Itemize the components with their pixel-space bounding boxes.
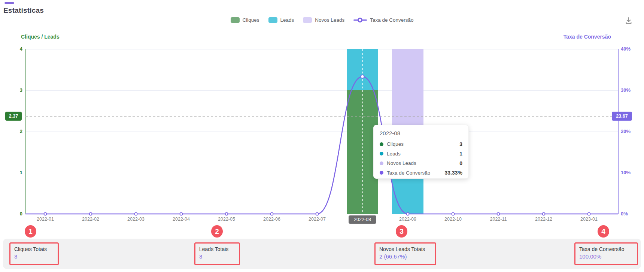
x-tick-label: 2022-11: [483, 217, 514, 222]
x-tick-label: 2022-04: [165, 217, 197, 222]
x-tick-label-highlighted: 2022-08: [349, 215, 376, 224]
annotation-badge-2: 2: [211, 225, 223, 238]
chart-legend: CliquesLeadsNovos LeadsTaxa de Conversão: [0, 16, 644, 24]
download-icon: [624, 16, 633, 25]
legend-label: Novos Leads: [315, 17, 344, 23]
gridline: [25, 132, 618, 132]
stat-value: 3: [199, 253, 235, 260]
tooltip-series-value: 33.33%: [445, 170, 462, 176]
left-axis-tick: 4: [0, 46, 22, 52]
conversion-line: [25, 76, 618, 214]
statistics-panel: Estatísticas CliquesLeadsNovos LeadsTaxa…: [0, 0, 644, 272]
stat-label: Leads Totais: [199, 246, 235, 252]
tooltip-series-value: 3: [459, 141, 462, 147]
chart-tooltip: 2022-08 Cliques3Leads1Novos Leads0Taxa d…: [373, 125, 469, 179]
tooltip-series-value: 0: [459, 160, 462, 166]
tooltip-series-label: Novos Leads: [387, 160, 416, 166]
right-axis-tick: 20%: [621, 129, 644, 134]
right-axis-title: Taxa de Conversão: [564, 34, 611, 40]
gridline: [25, 49, 618, 49]
stat-value: 3: [14, 253, 54, 260]
stat-cliques-totais: Cliques Totais 3: [9, 242, 59, 265]
x-tick-label: 2022-03: [120, 217, 152, 222]
legend-swatch: [268, 17, 277, 23]
gridline: [25, 173, 618, 173]
tooltip-series-label: Taxa de Conversão: [387, 170, 430, 176]
legend-item-leads[interactable]: Leads: [268, 17, 294, 23]
x-axis-line: [25, 214, 618, 214]
legend-item-cliques[interactable]: Cliques: [231, 17, 259, 23]
left-axis-tick: 1: [0, 170, 22, 175]
x-tick-label: 2022-12: [528, 217, 559, 222]
x-tick-label: 2023-01: [573, 217, 605, 222]
legend-swatch: [231, 17, 240, 23]
page-title: Estatísticas: [3, 6, 44, 15]
x-tick-label: 2022-09: [392, 217, 423, 222]
tooltip-row: Cliques3: [380, 139, 462, 149]
annotation-badge-1: 1: [25, 225, 36, 238]
right-axis-tick: 10%: [621, 170, 644, 175]
stat-label: Cliques Totais: [14, 246, 54, 252]
tooltip-series-dot: [380, 171, 383, 175]
right-axis-tick: 0%: [621, 211, 644, 217]
left-average-badge: 2.37: [5, 112, 22, 121]
tooltip-series-value: 1: [459, 151, 462, 157]
active-tab-indicator: [4, 2, 14, 4]
stat-value: 2 (66.67%): [379, 253, 431, 260]
download-chart-button[interactable]: [623, 15, 634, 26]
x-tick-label: 2022-06: [256, 217, 288, 222]
tooltip-row: Novos Leads0: [380, 158, 462, 168]
stat-novos-leads-totais: Novos Leads Totais 2 (66.67%): [374, 242, 436, 265]
stat-value: 100.00%: [579, 253, 633, 260]
legend-item-novos-leads[interactable]: Novos Leads: [303, 17, 344, 23]
legend-line-symbol: [353, 17, 367, 23]
right-axis-line: [618, 49, 619, 214]
annotation-badge-3: 3: [396, 225, 407, 238]
tooltip-series-dot: [380, 152, 383, 155]
left-axis-tick: 3: [0, 87, 22, 93]
legend-label: Cliques: [243, 17, 259, 23]
conversion-line-layer: [0, 0, 644, 272]
x-tick-label: 2022-07: [301, 217, 333, 222]
stat-label: Novos Leads Totais: [379, 246, 431, 252]
legend-label: Leads: [280, 17, 294, 23]
stat-label: Taxa de Conversão: [579, 246, 633, 252]
tooltip-series-dot: [380, 161, 383, 165]
tooltip-series-dot: [380, 142, 383, 146]
bar-segment-novos-leads[interactable]: [392, 49, 423, 132]
x-tick-label: 2022-01: [30, 217, 61, 222]
legend-item-taxa-de-conversão[interactable]: Taxa de Conversão: [353, 17, 413, 23]
right-axis-tick: 40%: [621, 46, 644, 52]
right-axis-tick: 30%: [621, 87, 644, 93]
legend-label: Taxa de Conversão: [370, 17, 413, 23]
legend-swatch: [303, 17, 312, 23]
stat-taxa-de-conversao: Taxa de Conversão 100.00%: [574, 242, 638, 265]
stat-leads-totais: Leads Totais 3: [194, 242, 240, 265]
x-tick-label: 2022-10: [437, 217, 469, 222]
tooltip-row: Taxa de Conversão33.33%: [380, 168, 462, 178]
x-tick-label: 2022-02: [75, 217, 106, 222]
left-axis-tick: 0: [0, 211, 22, 217]
gridline: [25, 90, 618, 91]
x-tick-label: 2022-05: [211, 217, 242, 222]
summary-stats-band: [3, 239, 641, 269]
tooltip-title: 2022-08: [380, 130, 462, 136]
bar-segment-leads[interactable]: [347, 49, 378, 90]
left-axis-tick: 2: [0, 129, 22, 134]
tooltip-series-label: Cliques: [387, 141, 404, 147]
right-average-badge: 23.67: [612, 112, 632, 121]
tooltip-row: Leads1: [380, 149, 462, 159]
left-axis-title: Cliques / Leads: [21, 34, 60, 40]
annotation-badge-4: 4: [598, 225, 609, 238]
tooltip-series-label: Leads: [387, 151, 401, 157]
left-axis-line: [25, 49, 26, 214]
